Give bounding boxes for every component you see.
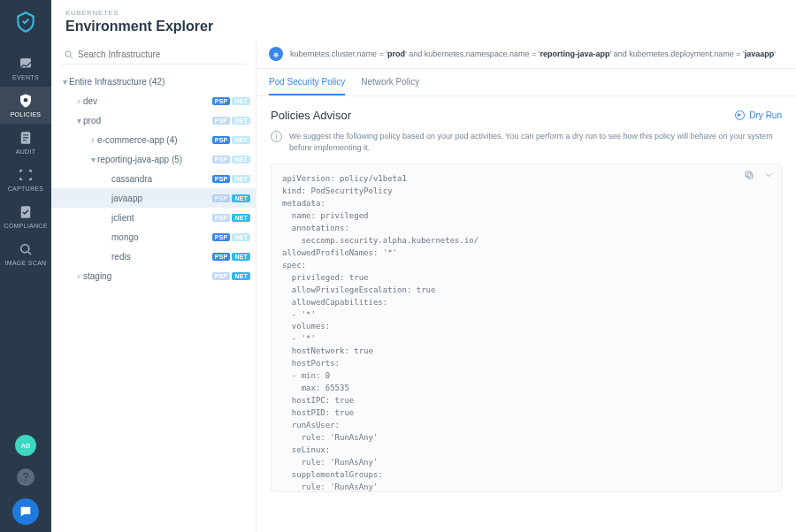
rail-item-events[interactable]: EVENTS	[0, 49, 51, 87]
scope-bar: ⎈ kubernetes.cluster.name = 'prod' and k…	[256, 40, 796, 69]
tree-node[interactable]: javaappPSPNET	[51, 188, 256, 208]
rail-item-compliance[interactable]: COMPLIANCE	[0, 198, 51, 235]
search-input[interactable]	[60, 45, 247, 65]
tree-node[interactable]: jclientPSPNET	[51, 208, 256, 227]
psp-badge: PSP	[212, 156, 231, 163]
tree-node-label: javaapp	[111, 194, 212, 203]
net-badge: NET	[232, 136, 250, 144]
help-button[interactable]: ?	[17, 468, 34, 486]
svg-rect-5	[23, 140, 27, 141]
tree-node[interactable]: ▾prodPSPNET	[51, 110, 256, 130]
tree-node-label: e-commerce-app (4)	[97, 135, 212, 145]
net-badge: NET	[232, 175, 250, 183]
net-badge: NET	[232, 117, 250, 125]
copy-code-button[interactable]	[744, 170, 754, 183]
tab-pod-security-policy[interactable]: Pod Security Policy	[269, 69, 345, 95]
tree-node-label: dev	[83, 96, 212, 106]
tree-node-label: Entire Infrastructure (42)	[69, 77, 250, 87]
chevron-icon: ▾	[74, 116, 83, 125]
tree-node[interactable]: redisPSPNET	[51, 247, 256, 266]
rail-item-policies[interactable]: POLICIES	[0, 87, 51, 124]
tree-node[interactable]: ›devPSPNET	[51, 91, 256, 110]
rail-item-audit[interactable]: AUDIT	[0, 124, 51, 161]
tree-node-label: prod	[83, 116, 212, 125]
expand-code-button[interactable]	[763, 170, 774, 183]
copy-icon	[744, 170, 754, 180]
svg-point-8	[65, 51, 71, 57]
net-badge: NET	[232, 194, 250, 202]
chevron-icon: ▾	[60, 77, 69, 87]
tree-node[interactable]: ›e-commerce-app (4)PSPNET	[51, 130, 256, 149]
tree-node-label: jclient	[111, 213, 212, 223]
app-logo-icon	[14, 11, 37, 34]
chevron-icon: ›	[74, 96, 83, 106]
psp-badge: PSP	[212, 194, 231, 202]
dry-run-button[interactable]: Dry Run	[735, 110, 782, 120]
chat-icon	[19, 505, 33, 519]
tree-node-label: reporting-java-app (5)	[97, 155, 212, 164]
rail-label: COMPLIANCE	[4, 223, 47, 229]
psp-badge: PSP	[212, 136, 231, 144]
svg-rect-3	[23, 134, 28, 135]
tree-node[interactable]: cassandraPSPNET	[51, 169, 256, 188]
infrastructure-tree: ▾Entire Infrastructure (42)›devPSPNET▾pr…	[51, 40, 256, 532]
chat-button[interactable]	[12, 498, 39, 525]
net-badge: NET	[232, 97, 250, 105]
advisor-hint: i We suggest the following policy based …	[271, 131, 782, 153]
rail-item-captures[interactable]: CAPTURES	[0, 161, 51, 198]
tree-node[interactable]: mongoPSPNET	[51, 227, 256, 247]
psp-badge: PSP	[212, 214, 231, 222]
user-avatar[interactable]: AB	[15, 435, 36, 456]
rail-label: IMAGE SCAN	[5, 260, 47, 266]
tree-node[interactable]: ▾reporting-java-app (5)PSPNET	[51, 149, 256, 169]
search-wrap	[51, 40, 256, 70]
psp-badge: PSP	[212, 175, 231, 183]
svg-rect-4	[23, 137, 28, 138]
tree-node[interactable]: ›stagingPSPNET	[51, 266, 256, 285]
content-pane: ⎈ kubernetes.cluster.name = 'prod' and k…	[256, 40, 796, 532]
net-badge: NET	[232, 272, 250, 280]
search-icon	[64, 49, 74, 60]
scope-icon: ⎈	[269, 47, 283, 61]
tree-node-label: mongo	[111, 232, 212, 242]
rail-label: EVENTS	[12, 74, 39, 80]
psp-badge: PSP	[212, 253, 231, 261]
tree-node[interactable]: ▾Entire Infrastructure (42)	[51, 72, 256, 91]
chevron-icon: ▾	[88, 155, 97, 164]
policy-yaml[interactable]: apiVersion: policy/v1beta1 kind: PodSecu…	[272, 164, 781, 491]
chevron-icon: ›	[88, 135, 97, 145]
net-badge: NET	[232, 156, 250, 163]
tree-node-label: staging	[83, 271, 212, 281]
main: KUBERNETES Environment Explorer ▾Entire …	[51, 0, 796, 532]
page-title: Environment Explorer	[65, 19, 782, 34]
rail-label: CAPTURES	[8, 186, 44, 192]
psp-badge: PSP	[212, 233, 231, 241]
chevron-icon: ›	[74, 271, 83, 281]
svg-point-1	[24, 98, 28, 103]
play-icon	[735, 110, 745, 120]
scope-text: kubernetes.cluster.name = 'prod' and kub…	[290, 49, 776, 58]
policy-code-block: apiVersion: policy/v1beta1 kind: PodSecu…	[271, 163, 782, 492]
psp-badge: PSP	[212, 97, 231, 105]
net-badge: NET	[232, 233, 250, 241]
svg-rect-9	[747, 173, 753, 179]
panel-title: Policies Advisor	[271, 109, 351, 122]
tab-network-policy[interactable]: Network Policy	[361, 69, 419, 95]
svg-rect-10	[746, 171, 751, 177]
rail-item-image-scan[interactable]: IMAGE SCAN	[0, 235, 51, 272]
svg-point-7	[21, 245, 29, 253]
rail-label: POLICIES	[11, 111, 42, 118]
page-header: KUBERNETES Environment Explorer	[51, 0, 796, 40]
psp-badge: PSP	[212, 272, 231, 280]
rail-label: AUDIT	[16, 148, 36, 155]
advisor-panel: Policies Advisor Dry Run i We suggest th…	[256, 96, 796, 532]
net-badge: NET	[232, 214, 250, 222]
policy-tabs: Pod Security Policy Network Policy	[256, 69, 796, 96]
tree-list: ▾Entire Infrastructure (42)›devPSPNET▾pr…	[51, 70, 256, 532]
nav-rail: EVENTS POLICIES AUDIT CAPTURES COMPLIANC…	[0, 0, 51, 532]
net-badge: NET	[232, 253, 250, 261]
tree-node-label: cassandra	[111, 174, 212, 184]
info-icon: i	[271, 131, 282, 142]
header-eyebrow: KUBERNETES	[65, 9, 782, 17]
psp-badge: PSP	[212, 117, 231, 125]
